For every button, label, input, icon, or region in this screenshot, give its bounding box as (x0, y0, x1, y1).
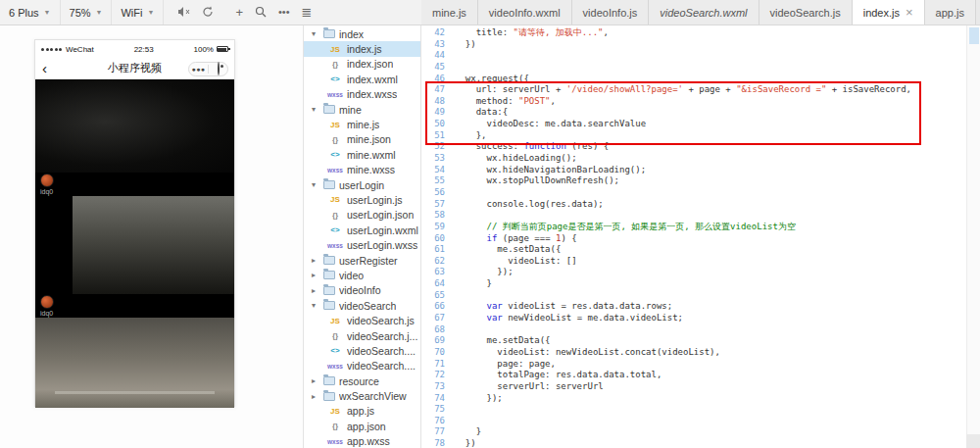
code-line[interactable]: 75 (421, 404, 966, 416)
avatar[interactable] (40, 174, 54, 187)
code-line[interactable]: 58 (421, 210, 966, 222)
tree-file-videoSearch.j...[interactable]: {}videoSearch.j... (304, 328, 420, 343)
tree-file-index.wxss[interactable]: wxssindex.wxss (304, 87, 420, 102)
file-label: videoSearch (339, 300, 396, 312)
tree-folder-video[interactable]: ▸video (304, 268, 420, 282)
code-line[interactable]: 60 if (page === 1) { (421, 233, 966, 245)
more-icon[interactable]: ••• (278, 7, 290, 18)
tree-file-videoSearch....[interactable]: wxssvideoSearch.... (304, 359, 420, 373)
folder-icon (323, 29, 335, 38)
tree-file-videoSearch....[interactable]: <>videoSearch.... (304, 343, 420, 358)
mute-icon[interactable] (177, 6, 190, 20)
list-icon[interactable]: ≣ (302, 6, 313, 19)
tree-folder-mine[interactable]: ▾mine (304, 102, 420, 117)
tree-file-mine.json[interactable]: {}mine.json (304, 132, 420, 147)
editor-tab-videoSearch.wxml[interactable]: videoSearch.wxml (649, 0, 759, 25)
add-icon[interactable]: + (235, 6, 243, 19)
code-editor[interactable]: 42 title: "请等待, 加载中...",43 })444546 wx.r… (421, 25, 980, 448)
file-label: index.wxss (347, 88, 397, 100)
tree-file-index.js[interactable]: JSindex.js (304, 41, 420, 56)
rotate-icon[interactable] (202, 6, 214, 20)
tree-file-app.wxss[interactable]: wxssapp.wxss (304, 434, 420, 448)
code-line[interactable]: 76 (421, 416, 966, 427)
tree-file-index.wxml[interactable]: <>index.wxml (304, 72, 420, 86)
tree-folder-userLogin[interactable]: ▾userLogin (304, 177, 420, 192)
device-selector[interactable]: 6 Plus ▼ (0, 0, 61, 25)
code-line[interactable]: 62 videoList: [] (421, 256, 966, 268)
tab-close-icon[interactable]: × (906, 5, 913, 20)
tree-file-mine.wxss[interactable]: wxssmine.wxss (304, 163, 420, 177)
editor-tab-videoSearch.js[interactable]: videoSearch.js (760, 0, 853, 25)
video-thumbnail[interactable] (35, 196, 234, 294)
code-line[interactable]: 59 // 判断当前页page是否是第一页, 如果是第一页, 那么设置video… (421, 222, 966, 233)
code-line[interactable]: 65 (421, 290, 966, 302)
tree-file-mine.js[interactable]: JSmine.js (304, 117, 420, 131)
code-line[interactable]: 50 videoDesc: me.data.searchValue (421, 119, 966, 130)
tree-file-userLogin.wxss[interactable]: wxssuserLogin.wxss (304, 237, 420, 252)
code-line[interactable]: 74 }); (421, 393, 966, 405)
tree-file-videoSearch.js[interactable]: JSvideoSearch.js (304, 313, 420, 327)
code-line[interactable]: 47 url: serverUrl + '/video/showAll?page… (421, 84, 966, 96)
code-line[interactable]: 66 var videoList = res.data.data.rows; (421, 301, 966, 313)
json-file-icon: {} (327, 422, 343, 430)
tree-file-userLogin.js[interactable]: JSuserLogin.js (304, 192, 420, 207)
tree-folder-videoSearch[interactable]: ▾videoSearch (304, 298, 420, 313)
tree-file-userLogin.wxml[interactable]: <>userLogin.wxml (304, 223, 420, 237)
capsule-home-icon[interactable] (209, 63, 227, 75)
code-line[interactable]: 46 wx.request({ (421, 74, 966, 85)
network-selector[interactable]: WiFi ▼ (112, 0, 164, 25)
code-line[interactable]: 49 data:{ (421, 107, 966, 119)
code-line[interactable]: 48 method: "POST", (421, 96, 966, 108)
zoom-selector[interactable]: 75% ▼ (61, 0, 113, 25)
code-line[interactable]: 54 wx.hideNavigationBarLoading(); (421, 165, 966, 176)
code-line[interactable]: 52 success: function (res) { (421, 141, 966, 153)
file-label: app.wxss (347, 435, 390, 447)
code-line[interactable]: 45 (421, 62, 966, 74)
tree-folder-resource[interactable]: ▸resource (304, 373, 420, 388)
editor-tab-mine.js[interactable]: mine.js (421, 0, 478, 25)
code-line[interactable]: 57 console.log(res.data); (421, 199, 966, 211)
code-line[interactable]: 72 totalPage: res.data.data.total, (421, 370, 966, 381)
code-line[interactable]: 73 serverUrl: serverUrl (421, 381, 966, 393)
avatar[interactable] (40, 295, 54, 309)
code-line[interactable]: 42 title: "请等待, 加载中...", (421, 27, 966, 39)
video-thumbnail[interactable] (35, 79, 234, 173)
code-line[interactable]: 68 (421, 324, 966, 336)
code-line[interactable]: 53 wx.hideLoading(); (421, 153, 966, 165)
capsule-more-icon[interactable]: ●●● (189, 66, 208, 73)
code-line[interactable]: 61 me.setData({ (421, 244, 966, 256)
code-line[interactable]: 44 (421, 50, 966, 62)
code-line[interactable]: 78 }) (421, 438, 966, 448)
code-line[interactable]: 64 } (421, 278, 966, 290)
tree-file-index.json[interactable]: {}index.json (304, 57, 420, 72)
search-icon[interactable] (255, 6, 267, 20)
tree-folder-wxSearchView[interactable]: ▸wxSearchView (304, 388, 420, 403)
scrollbar-thumb[interactable] (969, 27, 979, 44)
code-line[interactable]: 70 videoList: newVideoList.concat(videoL… (421, 347, 966, 359)
code-line[interactable]: 71 page: page, (421, 359, 966, 371)
tree-folder-videoInfo[interactable]: ▸videoInfo (304, 283, 420, 298)
editor-tab-index.js[interactable]: index.js× (853, 0, 925, 25)
tree-file-app.json[interactable]: {}app.json (304, 419, 420, 433)
simulator-panel: WeChat 22:53 100% ‹ 小程序视频 ●●● idq0 (0, 25, 304, 448)
editor-tab-videoInfo.wxml[interactable]: videoInfo.wxml (478, 0, 572, 25)
code-line[interactable]: 77 } (421, 426, 966, 438)
tree-folder-userRegister[interactable]: ▸userRegister (304, 253, 420, 268)
code-line[interactable]: 56 (421, 187, 966, 199)
editor-scrollbar[interactable] (966, 25, 980, 434)
video-thumbnail[interactable] (35, 318, 234, 408)
tree-file-userLogin.json[interactable]: {}userLogin.json (304, 208, 420, 223)
tree-folder-index[interactable]: ▾index (304, 26, 420, 41)
tree-file-app.js[interactable]: JSapp.js (304, 404, 420, 419)
editor-tab-app.js[interactable]: app.js (925, 0, 976, 25)
code-line[interactable]: 43 }) (421, 39, 966, 51)
code-line[interactable]: 63 }); (421, 267, 966, 278)
code-line[interactable]: 69 me.setData({ (421, 335, 966, 347)
code-line[interactable]: 51 }, (421, 130, 966, 142)
chevron-right-icon: ▸ (312, 286, 319, 295)
tree-file-mine.wxml[interactable]: <>mine.wxml (304, 147, 420, 162)
code-line[interactable]: 55 wx.stopPullDownRefresh(); (421, 175, 966, 187)
editor-tab-videoInfo.js[interactable]: videoInfo.js (572, 0, 650, 25)
code-line[interactable]: 67 var newVideoList = me.data.videoList; (421, 313, 966, 324)
line-number: 74 (421, 393, 455, 405)
